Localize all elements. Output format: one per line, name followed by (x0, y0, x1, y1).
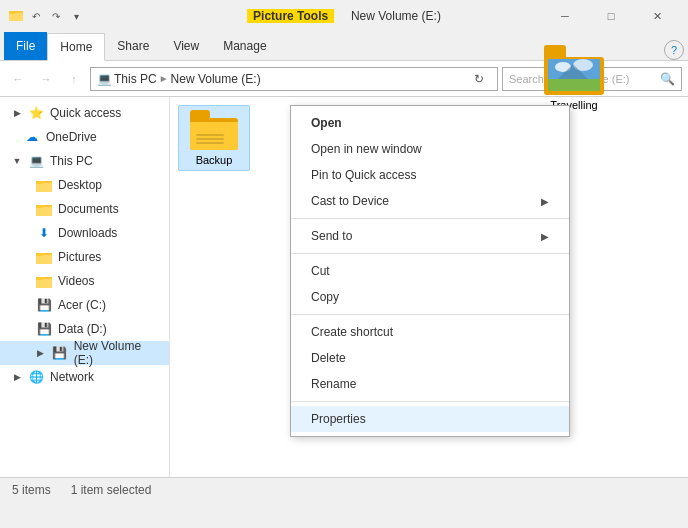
back-button[interactable]: ← (6, 67, 30, 91)
save-icon[interactable]: ↶ (28, 8, 44, 24)
desktop-folder-icon (36, 177, 52, 193)
ctx-copy[interactable]: Copy (291, 284, 569, 310)
ctx-pin-quick-access[interactable]: Pin to Quick access (291, 162, 569, 188)
ctx-sep4 (291, 401, 569, 402)
sidebar-label-videos: Videos (58, 274, 94, 288)
arrow-icon: ▶ (12, 108, 22, 118)
dropdown-icon[interactable]: ▾ (68, 8, 84, 24)
downloads-icon: ⬇ (36, 225, 52, 241)
context-menu: Open Open in new window Pin to Quick acc… (290, 105, 570, 437)
svg-rect-10 (36, 255, 52, 264)
sidebar-item-pictures[interactable]: Pictures (0, 245, 169, 269)
documents-folder-icon (36, 201, 52, 217)
undo-icon[interactable]: ↷ (48, 8, 64, 24)
sidebar-item-downloads[interactable]: ⬇ Downloads (0, 221, 169, 245)
drive-c-icon: 💾 (36, 297, 52, 313)
computer-icon: 💻 (28, 153, 44, 169)
ctx-cut[interactable]: Cut (291, 258, 569, 284)
sidebar-item-onedrive[interactable]: ☁ OneDrive (0, 125, 169, 149)
sidebar-label-quick-access: Quick access (50, 106, 121, 120)
ctx-sep1 (291, 218, 569, 219)
window-title: Picture Tools New Volume (E:) (247, 9, 441, 23)
videos-folder-icon (36, 273, 52, 289)
sidebar-item-videos[interactable]: Videos (0, 269, 169, 293)
svg-rect-5 (36, 181, 43, 184)
sidebar-item-acer-c[interactable]: 💾 Acer (C:) (0, 293, 169, 317)
picture-tools-label: Picture Tools (247, 9, 334, 23)
close-button[interactable]: ✕ (634, 0, 680, 32)
drive-e-icon: 💾 (52, 345, 68, 361)
sidebar-item-desktop[interactable]: Desktop (0, 173, 169, 197)
network-icon: 🌐 (28, 369, 44, 385)
forward-button[interactable]: → (34, 67, 58, 91)
sidebar-item-network[interactable]: ▶ 🌐 Network (0, 365, 169, 389)
tab-home[interactable]: Home (47, 33, 105, 61)
ctx-open-new-window[interactable]: Open in new window (291, 136, 569, 162)
network-arrow-icon: ▶ (12, 372, 22, 382)
sidebar-item-thispc[interactable]: ▼ 💻 This PC (0, 149, 169, 173)
backup-label: Backup (196, 154, 233, 166)
quick-access-toolbar: ↶ ↷ ▾ (8, 8, 84, 24)
breadcrumb-pc: 💻 (97, 72, 112, 86)
status-bar: 5 items 1 item selected (0, 477, 688, 501)
sidebar-item-new-volume-e[interactable]: ▶ 💾 New Volume (E:) (0, 341, 169, 365)
item-count: 5 items (12, 483, 51, 497)
ctx-delete[interactable]: Delete (291, 345, 569, 371)
breadcrumb-volume: New Volume (E:) (171, 72, 261, 86)
cast-arrow-icon: ▶ (541, 196, 549, 207)
star-icon: ⭐ (28, 105, 44, 121)
svg-rect-1 (9, 13, 23, 21)
sidebar-label-acer-c: Acer (C:) (58, 298, 106, 312)
sidebar: ▶ ⭐ Quick access ☁ OneDrive ▼ 💻 This PC … (0, 97, 170, 477)
sidebar-item-documents[interactable]: Documents (0, 197, 169, 221)
address-box[interactable]: 💻 This PC ► New Volume (E:) ↻ (90, 67, 498, 91)
ctx-send-to[interactable]: Send to ▶ (291, 223, 569, 249)
main-area: ▶ ⭐ Quick access ☁ OneDrive ▼ 💻 This PC … (0, 97, 688, 477)
drive-d-icon: 💾 (36, 321, 52, 337)
ctx-rename[interactable]: Rename (291, 371, 569, 397)
sidebar-label-new-volume-e: New Volume (E:) (74, 339, 161, 367)
maximize-button[interactable]: □ (588, 0, 634, 32)
ctx-properties[interactable]: Properties (291, 406, 569, 432)
ctx-cast-to-device[interactable]: Cast to Device ▶ (291, 188, 569, 214)
search-icon[interactable]: 🔍 (660, 72, 675, 86)
file-item-backup[interactable]: Backup (178, 105, 250, 171)
up-button[interactable]: ↑ (62, 67, 86, 91)
sendto-arrow-icon: ▶ (541, 231, 549, 242)
sidebar-label-downloads: Downloads (58, 226, 117, 240)
sidebar-label-pictures: Pictures (58, 250, 101, 264)
sidebar-item-data-d[interactable]: 💾 Data (D:) (0, 317, 169, 341)
sidebar-label-data-d: Data (D:) (58, 322, 107, 336)
window-title-text: New Volume (E:) (351, 9, 441, 23)
tab-share[interactable]: Share (105, 32, 161, 60)
svg-rect-11 (36, 253, 43, 256)
expanded-arrow-icon: ▼ (12, 156, 22, 166)
svg-rect-18 (548, 79, 600, 91)
sidebar-label-network: Network (50, 370, 94, 384)
sidebar-label-thispc: This PC (50, 154, 93, 168)
window-controls: ─ □ ✕ (542, 0, 680, 32)
svg-rect-2 (9, 11, 15, 14)
backup-folder-icon (190, 110, 238, 150)
sidebar-label-desktop: Desktop (58, 178, 102, 192)
tab-file[interactable]: File (4, 32, 47, 60)
sidebar-item-quick-access[interactable]: ▶ ⭐ Quick access (0, 101, 169, 125)
help-button[interactable]: ? (664, 40, 684, 60)
svg-rect-14 (36, 277, 43, 280)
ctx-open[interactable]: Open (291, 110, 569, 136)
selection-status: 1 item selected (71, 483, 152, 497)
svg-rect-7 (36, 207, 52, 216)
onedrive-icon: ☁ (24, 129, 40, 145)
app-icon (8, 8, 24, 24)
refresh-button[interactable]: ↻ (467, 67, 491, 91)
minimize-button[interactable]: ─ (542, 0, 588, 32)
ctx-create-shortcut[interactable]: Create shortcut (291, 319, 569, 345)
sidebar-label-onedrive: OneDrive (46, 130, 97, 144)
tab-manage[interactable]: Manage (211, 32, 278, 60)
ctx-sep2 (291, 253, 569, 254)
svg-rect-8 (36, 205, 43, 208)
breadcrumb: 💻 This PC ► New Volume (E:) (97, 72, 467, 86)
file-area: Backup (170, 97, 688, 477)
tab-view[interactable]: View (161, 32, 211, 60)
svg-rect-4 (36, 183, 52, 192)
